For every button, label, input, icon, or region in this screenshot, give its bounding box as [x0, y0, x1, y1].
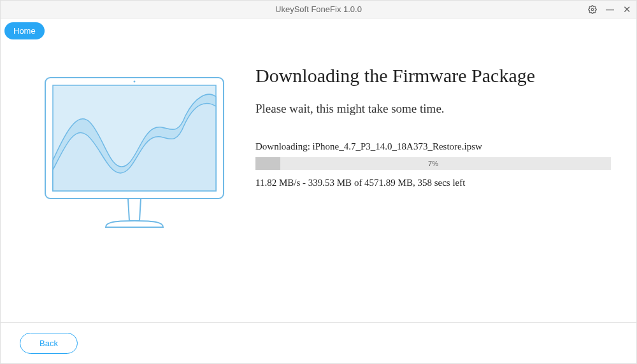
minimize-icon[interactable]: —	[606, 4, 614, 14]
titlebar: UkeySoft FoneFix 1.0.0 — ✕	[1, 1, 636, 18]
nav-bar: Home	[1, 18, 636, 39]
download-panel: Downloading the Firmware Package Please …	[243, 65, 611, 309]
close-icon[interactable]: ✕	[623, 4, 631, 15]
window-controls: — ✕	[588, 4, 631, 15]
svg-point-3	[134, 81, 136, 83]
download-stats: 11.82 MB/s - 339.53 MB of 4571.89 MB, 35…	[255, 178, 611, 188]
progress-fill	[255, 157, 280, 170]
download-prefix: Downloading:	[255, 141, 313, 151]
page-subtitle: Please wait, this might take some time.	[255, 102, 611, 116]
monitor-illustration	[26, 65, 243, 309]
window-title: UkeySoft FoneFix 1.0.0	[275, 4, 362, 14]
app-window: UkeySoft FoneFix 1.0.0 — ✕ Home	[0, 0, 637, 364]
progress-percent: 7%	[428, 160, 438, 167]
svg-point-0	[591, 8, 594, 11]
main-content: Downloading the Firmware Package Please …	[1, 39, 636, 323]
footer: Back	[1, 323, 636, 363]
progress-bar: 7%	[255, 157, 611, 170]
home-button[interactable]: Home	[4, 22, 45, 39]
gear-icon[interactable]	[588, 5, 597, 14]
page-title: Downloading the Firmware Package	[255, 65, 611, 87]
download-file-label: Downloading: iPhone_4.7_P3_14.0_18A373_R…	[255, 141, 611, 152]
download-filename: iPhone_4.7_P3_14.0_18A373_Restore.ipsw	[313, 141, 482, 151]
back-button[interactable]: Back	[20, 333, 78, 354]
